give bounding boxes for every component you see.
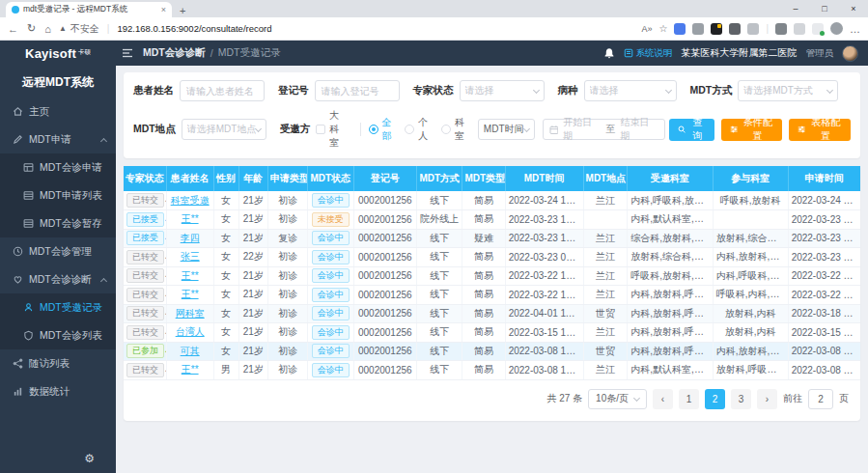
invitee-radio-personal[interactable]: 个人 <box>405 116 433 143</box>
table-row[interactable]: 已接受李四女21岁复诊会诊中0002001256线下疑难2022-03-23 1… <box>124 229 860 248</box>
back-icon[interactable]: ← <box>8 23 18 35</box>
page-button-3[interactable]: 3 <box>731 389 751 409</box>
patient-name-link[interactable]: 王** <box>182 213 199 224</box>
invitee-radio-all[interactable]: 全部 <box>369 116 397 143</box>
table-row[interactable]: 已参加可其女21岁初诊会诊中0002001256线下简易2022-03-08 1… <box>124 342 860 361</box>
window-minimize-button[interactable]: – <box>781 0 810 17</box>
mdt-place-select[interactable]: 请选择MDT地点 <box>182 119 266 140</box>
sidebar-item-statistics[interactable]: 数据统计 <box>0 377 116 405</box>
breadcrumb-section[interactable]: MDT会诊诊断 <box>143 46 206 60</box>
browser-profile-avatar[interactable] <box>830 22 843 35</box>
sidebar-item-mdt-manage[interactable]: MDT会诊管理 <box>0 237 116 265</box>
expert-status-cell: 已接受 <box>124 229 166 248</box>
table-row[interactable]: 已转交王**女21岁初诊会诊中0002001256线下简易2022-03-22 … <box>124 266 860 286</box>
sidebar-group-mdt-apply[interactable]: MDT申请 <box>0 125 116 153</box>
sidebar-item-mdt-consult-apply[interactable]: MDT会诊申请 <box>0 153 116 181</box>
big-dept-checkbox-label[interactable]: 大科室 <box>329 109 346 150</box>
table-row[interactable]: 已接受王**女21岁初诊未接受0002001256院外线上简易2022-03-2… <box>124 210 860 230</box>
security-indicator[interactable]: ▲ 不安全 <box>59 22 99 36</box>
refresh-icon[interactable]: ↻ <box>27 22 36 35</box>
patient-name-input[interactable] <box>180 80 265 101</box>
table-config-button[interactable]: 表格配置 <box>789 119 851 141</box>
system-help-link[interactable]: 系统说明 <box>624 47 673 60</box>
table-row[interactable]: 已转交科室受邀女21岁初诊会诊中0002001256线下简易2022-03-24… <box>124 191 860 210</box>
new-tab-button[interactable]: + <box>180 5 185 16</box>
window-close-button[interactable]: × <box>839 0 868 17</box>
disease-select[interactable]: 请选择 <box>584 80 677 101</box>
home-icon[interactable]: ⌂ <box>44 23 51 35</box>
condition-config-button[interactable]: 条件配置 <box>721 119 783 141</box>
big-dept-checkbox[interactable] <box>316 125 325 134</box>
sidebar-item-followup-list[interactable]: 随访列表 <box>0 349 116 377</box>
patient-name-link[interactable]: 王** <box>182 364 199 375</box>
menu-collapse-icon[interactable] <box>122 47 133 59</box>
extension-icon[interactable] <box>711 23 722 35</box>
status-tag: 已转交 <box>126 288 164 302</box>
collections-icon[interactable] <box>794 23 805 35</box>
prev-page-button[interactable]: ‹ <box>653 389 673 409</box>
reg-no-input[interactable] <box>315 80 400 101</box>
reg-no-cell: 0002001256 <box>353 266 417 286</box>
extension-icon[interactable] <box>674 23 686 35</box>
status-tag: 会诊中 <box>312 288 350 302</box>
search-button[interactable]: 查询 <box>669 119 714 141</box>
col-header: MDT时间 <box>505 166 583 191</box>
patient-name-cell: 网科室 <box>166 304 213 323</box>
read-aloud-icon[interactable]: A» <box>641 24 652 34</box>
patient-name-link[interactable]: 王** <box>182 270 199 281</box>
expert-status-select[interactable]: 请选择 <box>460 80 545 101</box>
extension-icon[interactable] <box>729 23 741 35</box>
table-row[interactable]: 已转交王**男21岁初诊会诊中0002001256线下简易2022-03-08 … <box>124 361 860 380</box>
expert-status-cell: 已转交 <box>124 304 166 323</box>
sidebar-item-mdt-consult-draft[interactable]: MDT会诊暂存 <box>0 209 116 237</box>
next-page-button[interactable]: › <box>757 389 777 409</box>
browser-tab[interactable]: mdt受邀记录 - 远程MDT系统 × <box>6 2 172 17</box>
table-row[interactable]: 已转交张三女22岁初诊会诊中0002001256线下简易2022-03-23 0… <box>124 248 860 267</box>
chevron-down-icon <box>633 394 640 401</box>
page-button-2[interactable]: 2 <box>705 389 725 409</box>
extension-icon[interactable] <box>747 23 759 35</box>
bell-icon[interactable] <box>603 47 615 60</box>
extension-badge-icon[interactable] <box>812 23 824 35</box>
sidebar-item-mdt-apply-list[interactable]: MDT申请列表 <box>0 181 116 209</box>
mdt-type-cell: 简易 <box>462 210 505 230</box>
invitee-radio-dept[interactable]: 科室 <box>441 116 469 143</box>
sidebar-group-mdt-diagnosis[interactable]: MDT会诊诊断 <box>0 265 116 293</box>
page-button-1[interactable]: 1 <box>679 389 699 409</box>
patient-name-link[interactable]: 可其 <box>181 346 200 356</box>
window-maximize-button[interactable]: □ <box>810 0 839 17</box>
patient-name-link[interactable]: 网科室 <box>176 308 205 319</box>
user-avatar[interactable] <box>842 45 858 62</box>
extension-icon[interactable] <box>692 23 704 35</box>
table-row[interactable]: 已转交王**女21岁初诊会诊中0002001256线下简易2022-03-22 … <box>124 286 860 305</box>
tab-close-icon[interactable]: × <box>161 5 166 14</box>
page-size-select[interactable]: 10条/页 <box>588 389 647 409</box>
favorite-star-icon[interactable]: ☆ <box>658 23 667 34</box>
goto-page-input[interactable] <box>808 389 833 409</box>
table-row[interactable]: 已转交网科室女21岁初诊会诊中0002001256线下简易2022-04-01 … <box>124 304 860 323</box>
chevron-down-icon <box>522 125 529 131</box>
mdt-time-cell: 2022-03-23 09:20:00 <box>505 248 583 267</box>
settings-gear-icon[interactable]: ⚙ <box>84 452 95 465</box>
patient-name-link[interactable]: 台湾人 <box>176 326 205 337</box>
status-tag: 已转交 <box>126 306 164 320</box>
joined-depts-cell: 内科,放射科,呼吸科,测试科室 <box>713 342 788 361</box>
more-menu-icon[interactable]: … <box>850 23 860 35</box>
patient-name-link[interactable]: 张三 <box>181 251 200 262</box>
mdt-mode-select[interactable]: 请选择MDT方式 <box>738 80 838 101</box>
table-row[interactable]: 已转交台湾人女21岁初诊会诊中0002001256线下简易2022-03-15 … <box>124 323 860 343</box>
patient-name-link[interactable]: 李四 <box>181 233 200 243</box>
patient-name-link[interactable]: 科室受邀 <box>171 195 210 206</box>
sidebar-item-mdt-consult-list[interactable]: MDT会诊列表 <box>0 321 116 349</box>
radio-icon <box>369 125 378 134</box>
date-range-picker[interactable]: 开始日期 至 结束日期 <box>543 119 665 140</box>
patient-name-link[interactable]: 王** <box>182 289 199 299</box>
time-type-select[interactable]: MDT时间 <box>478 119 535 140</box>
sidebar-item-mdt-invite-record[interactable]: MDT受邀记录 <box>0 293 116 321</box>
url-text[interactable]: 192.168.0.156:9002/consultate/record <box>117 23 271 34</box>
age-cell: 21岁 <box>238 286 268 305</box>
split-screen-icon[interactable] <box>775 23 787 35</box>
sidebar: 远程MDT系统 主页 MDT申请 MDT会诊申请 MDT申请列表 MDT会诊暂存… <box>0 66 116 473</box>
list-icon <box>23 218 34 229</box>
sidebar-item-home[interactable]: 主页 <box>0 97 116 125</box>
